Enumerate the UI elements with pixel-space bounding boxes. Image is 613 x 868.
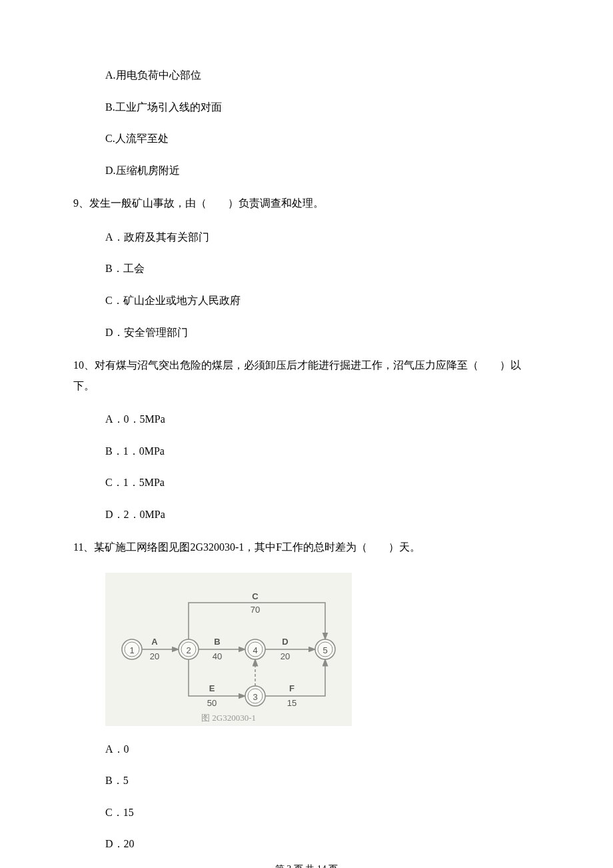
q9-option-d: D．安全管理部门 [105,324,540,341]
page-footer: 第 3 页 共 14 页 [0,863,613,868]
q11-option-c: C．15 [105,804,540,821]
svg-text:D: D [282,637,288,647]
svg-text:5: 5 [322,645,327,655]
svg-text:B: B [214,637,220,647]
option-a: A.用电负荷中心部位 [105,67,540,84]
svg-text:E: E [209,683,215,693]
svg-text:50: 50 [207,698,217,708]
svg-text:F: F [289,683,295,693]
svg-text:1: 1 [129,645,134,655]
svg-text:A: A [151,637,158,647]
page: A.用电负荷中心部位 B.工业广场引入线的对面 C.人流罕至处 D.压缩机房附近… [0,0,613,868]
svg-text:C: C [252,591,259,601]
q11-option-d: D．20 [105,835,540,853]
svg-text:70: 70 [251,605,260,615]
svg-text:3: 3 [253,691,257,701]
q10-option-b: B．1．0MPa [105,443,540,460]
q10-option-c: C．1．5MPa [105,474,540,491]
option-d: D.压缩机房附近 [105,162,540,179]
svg-text:4: 4 [253,645,257,655]
q11-option-a: A．0 [105,741,540,758]
q9-option-c: C．矿山企业或地方人民政府 [105,292,540,309]
network-diagram: 12345 A20B40D20C70E50F15 图 2G320030-1 [105,573,540,726]
svg-text:2: 2 [186,645,191,655]
q9-stem: 9、发生一般矿山事故，由（ ）负责调查和处理。 [73,193,540,213]
svg-text:20: 20 [150,651,159,661]
q9-option-b: B．工会 [105,260,540,277]
q9-option-a: A．政府及其有关部门 [105,229,540,246]
diagram-caption: 图 2G320030-1 [201,713,256,723]
svg-text:40: 40 [213,651,222,661]
option-c: C.人流罕至处 [105,130,540,147]
q10-option-d: D．2．0MPa [105,506,540,523]
option-b: B.工业广场引入线的对面 [105,99,540,116]
q11-option-b: B．5 [105,772,540,789]
q10-stem: 10、对有煤与沼气突出危险的煤层，必须卸压后才能进行掘进工作，沼气压力应降至（ … [73,355,540,396]
q11-stem: 11、某矿施工网络图见图2G320030-1，其中F工作的总时差为（ ）天。 [73,537,540,557]
svg-text:20: 20 [281,651,290,661]
q10-option-a: A．0．5MPa [105,411,540,428]
svg-text:15: 15 [287,698,297,708]
